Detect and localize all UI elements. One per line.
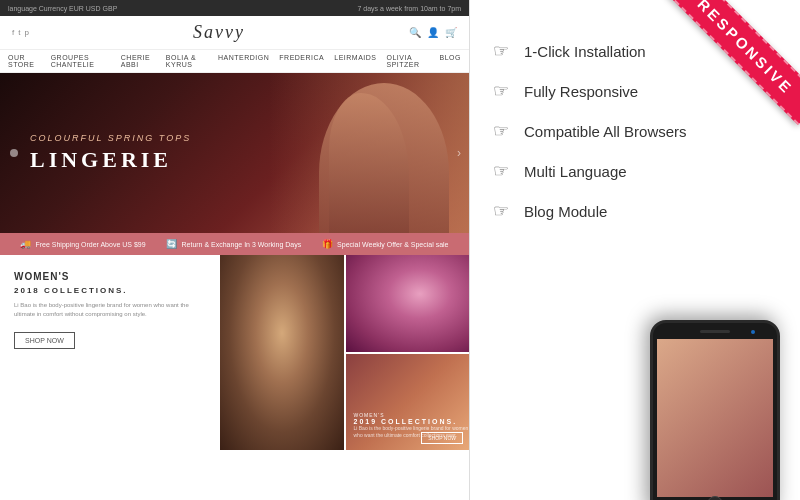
feature-multilanguage: ☞ Multi Language bbox=[490, 160, 770, 182]
collection-info-left: WOMEN'S 2018 COLLECTIONS. Li Bao is the … bbox=[0, 255, 220, 450]
feature-blog-icon: ☞ bbox=[490, 200, 512, 222]
info-bar: 🚚 Free Shipping Order Above US $99 🔄 Ret… bbox=[0, 233, 469, 255]
woman-pink-figure bbox=[346, 255, 470, 352]
feature-multilanguage-text: Multi Language bbox=[524, 163, 627, 180]
feature-blog-text: Blog Module bbox=[524, 203, 607, 220]
responsive-ribbon: RESPONSIVE bbox=[667, 0, 800, 125]
collection-heading: WOMEN'S bbox=[14, 271, 206, 282]
phone-outer-frame bbox=[650, 320, 780, 500]
woman-outdoor-figure bbox=[220, 255, 344, 450]
info-bar-shipping: 🚚 Free Shipping Order Above US $99 bbox=[20, 239, 145, 249]
nav-social: f t p bbox=[12, 28, 29, 37]
feature-blog: ☞ Blog Module bbox=[490, 200, 770, 222]
offer-icon: 🎁 bbox=[322, 239, 333, 249]
hero-subtitle: Colourful Spring Tops bbox=[30, 133, 191, 143]
image-block-woman-outdoor bbox=[220, 255, 344, 450]
shop-now-button-2019[interactable]: SHOP NOW bbox=[421, 432, 463, 444]
feature-1-click-icon: ☞ bbox=[490, 40, 512, 62]
feature-responsive-icon: ☞ bbox=[490, 80, 512, 102]
top-bar-right: 7 days a week from 10am to 7pm bbox=[358, 5, 462, 12]
info-bar-shipping-text: Free Shipping Order Above US $99 bbox=[35, 241, 145, 248]
account-icon[interactable]: 👤 bbox=[427, 27, 439, 38]
phone-mockup bbox=[600, 320, 800, 500]
shipping-icon: 🚚 bbox=[20, 239, 31, 249]
collection-subheading: 2018 COLLECTIONS. bbox=[14, 286, 206, 295]
twitter-icon[interactable]: t bbox=[18, 28, 20, 37]
site-logo: Savvy bbox=[193, 22, 245, 43]
menu-item-olivia[interactable]: OLIVIA SPITZER bbox=[386, 54, 429, 68]
menu-item-our-store[interactable]: OUR STORE bbox=[8, 54, 41, 68]
phone-screen bbox=[657, 339, 773, 497]
menu-item-groupes[interactable]: GROUPES CHANTELIE bbox=[51, 54, 111, 68]
hero-section: Colourful Spring Tops LINGERIE › bbox=[0, 73, 469, 233]
feature-1-click-text: 1-Click Installation bbox=[524, 43, 646, 60]
image-block-2019-collection: WOMEN'S 2019 COLLECTIONS. Li Bao is the … bbox=[346, 354, 470, 451]
menu-item-cherie[interactable]: CHERIE ABBI bbox=[121, 54, 156, 68]
menu-item-frederica[interactable]: FREDERICA bbox=[279, 54, 324, 68]
collection-2019-subheading: 2019 COLLECTIONS. bbox=[354, 418, 470, 425]
collection-body: Li Bao is the body-positive lingerie bra… bbox=[14, 301, 206, 319]
top-bar-left: language Currency EUR USD GBP bbox=[8, 5, 117, 12]
menu-item-hanter[interactable]: HANTERDIGN bbox=[218, 54, 269, 68]
content-section: WOMEN'S 2018 COLLECTIONS. Li Bao is the … bbox=[0, 255, 469, 450]
info-bar-return-text: Return & Exchange In 3 Working Days bbox=[181, 241, 301, 248]
return-icon: 🔄 bbox=[166, 239, 177, 249]
hero-title: LINGERIE bbox=[30, 147, 191, 173]
feature-responsive-text: Fully Responsive bbox=[524, 83, 638, 100]
features-panel: RESPONSIVE ☞ 1-Click Installation ☞ Full… bbox=[470, 0, 800, 500]
info-bar-return: 🔄 Return & Exchange In 3 Working Days bbox=[166, 239, 301, 249]
top-bar: language Currency EUR USD GBP 7 days a w… bbox=[0, 0, 469, 16]
feature-multilanguage-icon: ☞ bbox=[490, 160, 512, 182]
facebook-icon[interactable]: f bbox=[12, 28, 14, 37]
top-bar-language: language Currency EUR USD GBP bbox=[8, 5, 117, 12]
cart-icon[interactable]: 🛒 bbox=[445, 27, 457, 38]
menu-item-bolia[interactable]: BOLIA & KYRUS bbox=[166, 54, 208, 68]
website-preview: language Currency EUR USD GBP 7 days a w… bbox=[0, 0, 470, 500]
menu-item-blog[interactable]: BLOG bbox=[440, 54, 461, 68]
hero-content: Colourful Spring Tops LINGERIE bbox=[0, 133, 191, 173]
feature-browsers-icon: ☞ bbox=[490, 120, 512, 142]
menu-item-leirmaids[interactable]: LEIRMAIDS bbox=[334, 54, 376, 68]
phone-speaker bbox=[700, 330, 730, 333]
phone-screen-content bbox=[657, 339, 773, 497]
nav-action-icons: 🔍 👤 🛒 bbox=[409, 27, 457, 38]
ribbon-container: RESPONSIVE bbox=[640, 0, 800, 160]
hero-next-arrow[interactable]: › bbox=[457, 146, 461, 160]
info-bar-offer-text: Special Weekly Offer & Special sale bbox=[337, 241, 448, 248]
search-icon[interactable]: 🔍 bbox=[409, 27, 421, 38]
shop-now-button-left[interactable]: SHOP NOW bbox=[14, 332, 75, 349]
info-bar-offer: 🎁 Special Weekly Offer & Special sale bbox=[322, 239, 448, 249]
image-block-woman-pink bbox=[346, 255, 470, 352]
menu-bar: OUR STORE GROUPES CHANTELIE CHERIE ABBI … bbox=[0, 50, 469, 73]
nav-header: f t p Savvy 🔍 👤 🛒 bbox=[0, 16, 469, 50]
top-bar-hours: 7 days a week from 10am to 7pm bbox=[358, 5, 462, 12]
pinterest-icon[interactable]: p bbox=[24, 28, 28, 37]
phone-camera bbox=[751, 330, 755, 334]
image-grid: WOMEN'S 2019 COLLECTIONS. Li Bao is the … bbox=[220, 255, 469, 450]
